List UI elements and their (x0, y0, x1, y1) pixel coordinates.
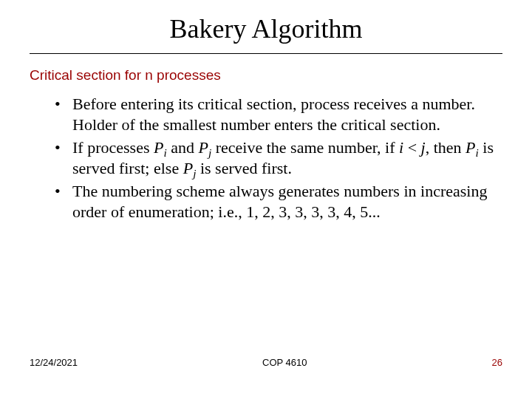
bullet-text: , then (426, 138, 466, 157)
footer-page-number: 26 (492, 357, 502, 368)
bullet-text: is served first. (196, 159, 292, 177)
title-divider (30, 53, 502, 54)
footer-course: COP 4610 (262, 357, 307, 368)
bullet-text: The numbering scheme always generates nu… (72, 182, 487, 221)
slide-footer: 12/24/2021 COP 4610 26 (30, 357, 502, 368)
list-item: The numbering scheme always generates nu… (72, 181, 502, 222)
list-item: Before entering its critical section, pr… (72, 94, 502, 134)
math-var: P (198, 138, 208, 157)
math-var: P (154, 138, 163, 157)
bullet-text: and (167, 138, 199, 157)
list-item: If processes Pi and Pj receive the same … (72, 137, 502, 178)
slide-title: Bakery Algorithm (30, 13, 502, 44)
footer-date: 12/24/2021 (30, 357, 78, 368)
bullet-text: Before entering its critical section, pr… (72, 95, 475, 134)
math-var: P (466, 138, 475, 157)
bullet-text: < (403, 138, 420, 157)
math-var: P (183, 159, 193, 177)
bullet-text: receive the same number, if (211, 138, 399, 157)
bullet-text: If processes (72, 138, 154, 157)
slide-subtitle: Critical section for n processes (30, 67, 502, 83)
bullet-list: Before entering its critical section, pr… (30, 94, 502, 222)
